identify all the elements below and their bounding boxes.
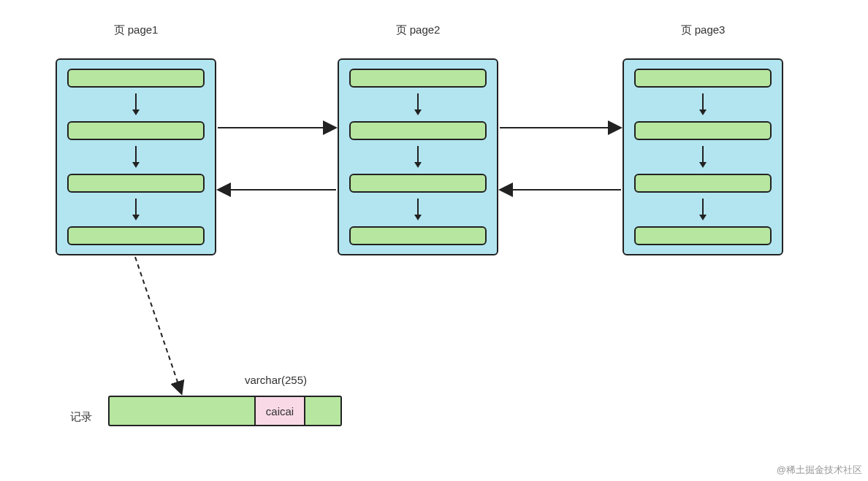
svg-marker-13: [699, 109, 707, 115]
svg-marker-15: [699, 162, 707, 168]
svg-marker-1: [132, 109, 140, 115]
page3-label: 页 page3: [623, 23, 783, 37]
record-cell: [305, 396, 342, 426]
page3-row: [634, 174, 772, 193]
page2-row: [349, 121, 487, 140]
svg-marker-11: [414, 215, 422, 220]
page1-row: [67, 226, 205, 245]
svg-marker-7: [414, 109, 422, 115]
page1-row: [67, 121, 205, 140]
page2-box: [338, 58, 498, 255]
record-label: 记录: [70, 410, 92, 424]
record-value-cell: caicai: [254, 396, 305, 426]
page3-row: [634, 226, 772, 245]
watermark: @稀土掘金技术社区: [777, 463, 862, 477]
svg-marker-17: [699, 215, 707, 220]
page3-row: [634, 121, 772, 140]
page1-label: 页 page1: [56, 23, 216, 37]
record-bar: caicai: [108, 396, 342, 426]
svg-marker-3: [132, 162, 140, 168]
arrow-down-icon: [67, 146, 205, 168]
page1-box: [56, 58, 216, 255]
page1-row: [67, 69, 205, 88]
record-cell: [108, 396, 254, 426]
arrow-down-icon: [67, 93, 205, 115]
page2-label: 页 page2: [338, 23, 498, 37]
field-type-label: varchar(255): [245, 374, 307, 386]
page2-row: [349, 174, 487, 193]
arrow-down-icon: [634, 93, 772, 115]
page1-row: [67, 174, 205, 193]
page3-box: [623, 58, 783, 255]
page2-row: [349, 226, 487, 245]
svg-marker-9: [414, 162, 422, 168]
page2-row: [349, 69, 487, 88]
arrow-down-icon: [349, 146, 487, 168]
arrow-down-icon: [67, 199, 205, 220]
page3-row: [634, 69, 772, 88]
arrow-down-icon: [349, 93, 487, 115]
arrow-down-icon: [349, 199, 487, 220]
svg-marker-5: [132, 215, 140, 220]
arrow-down-icon: [634, 199, 772, 220]
svg-line-23: [135, 257, 181, 393]
arrow-down-icon: [634, 146, 772, 168]
